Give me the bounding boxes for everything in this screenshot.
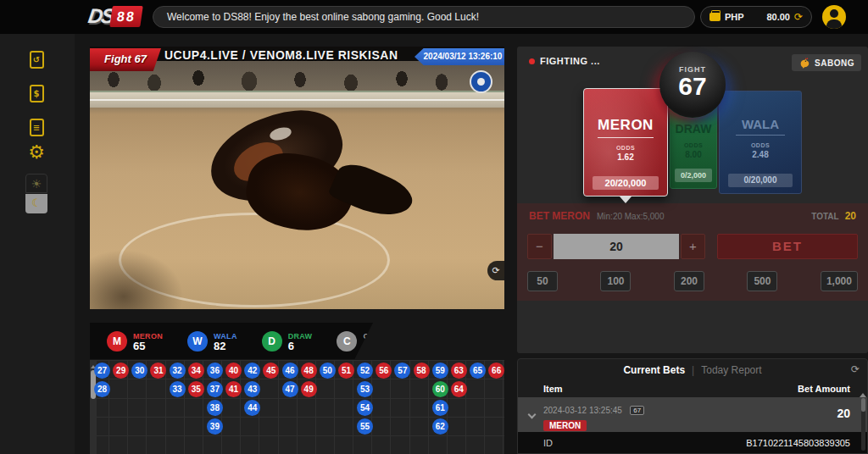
result-dot-52: 52: [357, 363, 373, 379]
result-dot-66: 66: [488, 363, 504, 379]
tab-current-bets[interactable]: Current Bets: [623, 364, 685, 376]
current-bets-panel: Current Bets | Today Report ⟳ Item Bet A…: [517, 358, 868, 454]
balance-value: 80.00: [766, 12, 790, 22]
bet-info-row: BET MERON Min:20 Max:5,000 TOTAL 20: [529, 210, 856, 222]
user-avatar[interactable]: [822, 5, 846, 29]
bets-scrollbar[interactable]: [861, 398, 865, 451]
quick-chip-500[interactable]: 500: [747, 271, 777, 291]
bet-limits: Min:20 Max:5,000: [597, 212, 811, 221]
draw-odds-label: ODDS: [670, 142, 716, 148]
bets-column-headers: Item Bet Amount: [518, 380, 867, 397]
rules-doc-icon: ≡: [30, 119, 44, 136]
quick-chip-100[interactable]: 100: [600, 271, 631, 291]
bet-detail-row: ID B1710221145803839305: [518, 432, 867, 454]
bet-row[interactable]: 2024-03-12 13:25:45 67 MERON 20: [518, 397, 867, 432]
meron-card-title: MERON: [584, 117, 667, 138]
bet-target-label: BET MERON: [529, 210, 590, 222]
sidebar-item-bet-history[interactable]: ↺: [25, 47, 48, 71]
result-dot-55: 55: [357, 418, 373, 435]
wala-pool: 0/20,000: [728, 174, 793, 187]
result-dot-62: 62: [432, 418, 448, 435]
bet-amount-stepper: − 20 + BET: [527, 234, 858, 259]
increase-amount-button[interactable]: +: [681, 234, 705, 259]
fight-status: FIGHTING ...: [529, 56, 600, 66]
transactions-doc-icon: $: [30, 85, 44, 102]
result-dot-54: 54: [357, 400, 373, 416]
result-dot-33: 33: [170, 381, 186, 397]
theme-dark-toggle[interactable]: ☾: [25, 191, 48, 215]
video-timestamp: 2024/03/12 13:26:10: [415, 48, 504, 65]
result-dot-41: 41: [225, 381, 242, 397]
result-dot-47: 47: [282, 381, 298, 397]
result-dot-35: 35: [188, 381, 204, 397]
draw-card-title: DRAW: [670, 122, 716, 136]
result-dot-63: 63: [451, 363, 467, 379]
bets-refresh-icon[interactable]: ⟳: [851, 363, 860, 375]
result-dot-37: 37: [207, 381, 223, 397]
sidebar-item-rules[interactable]: ≡: [25, 115, 48, 139]
result-dot-32: 32: [170, 363, 186, 379]
wala-odds-value: 2.48: [720, 150, 801, 159]
quick-chip-200[interactable]: 200: [674, 271, 704, 291]
legend-item-meron: MMERON65: [107, 331, 163, 352]
bet-card-wala[interactable]: WALA ODDS 2.48 0/20,000: [719, 91, 802, 194]
bet-amount-value: 20: [837, 407, 850, 420]
bets-scrollbar-thumb[interactable]: [861, 398, 865, 412]
result-dot-49: 49: [301, 381, 317, 397]
result-dot-39: 39: [207, 418, 223, 435]
wallet-icon: [709, 13, 721, 21]
legend-circle-cancel: C: [337, 331, 357, 352]
decrease-amount-button[interactable]: −: [527, 234, 552, 259]
result-dot-34: 34: [188, 363, 204, 379]
result-dot-59: 59: [432, 363, 448, 379]
welcome-banner: Welcome to DS88! Enjoy the best online s…: [153, 6, 695, 28]
result-dot-56: 56: [376, 363, 392, 379]
result-dot-30: 30: [131, 363, 147, 379]
bets-scroll-up-arrow[interactable]: [860, 390, 866, 397]
tab-today-report[interactable]: Today Report: [701, 364, 761, 376]
result-dot-28: 28: [94, 381, 110, 397]
result-dot-53: 53: [357, 381, 373, 397]
wala-card-title: WALA: [720, 117, 801, 136]
ds88-logo[interactable]: DS 88: [88, 4, 142, 28]
provider-badge[interactable]: SABONG: [792, 54, 861, 71]
result-dot-38: 38: [207, 400, 223, 416]
sidebar-item-transactions[interactable]: $: [25, 81, 48, 105]
bet-fight-number-badge: 67: [630, 406, 644, 415]
avatar-head-icon: [830, 9, 838, 18]
bet-amount-input[interactable]: 20: [554, 234, 679, 259]
draw-pool: 0/2,000: [675, 169, 712, 182]
result-dot-40: 40: [225, 363, 242, 379]
legend-name: CANCEL: [363, 332, 396, 341]
switch-camera-icon[interactable]: ⟳: [487, 261, 504, 280]
quick-chip-50[interactable]: 50: [527, 271, 558, 291]
balance-refresh-icon[interactable]: ⟳: [794, 11, 803, 23]
legend-circle-meron: M: [107, 331, 127, 352]
selected-card-pointer: [620, 197, 632, 209]
results-grid: 2728293031323334353637383940414243444546…: [90, 360, 504, 454]
chevron-down-icon: [528, 411, 537, 419]
meron-odds-value: 1.62: [584, 152, 667, 162]
sidebar-item-settings[interactable]: ⚙: [25, 141, 48, 164]
moon-icon: ☾: [25, 194, 47, 213]
result-dot-43: 43: [244, 381, 260, 397]
betting-panel: FIGHTING ... SABONG FIGHT 67 MERON ODDS …: [517, 47, 868, 353]
wallet-balance-pill[interactable]: PHP 80.00 ⟳: [700, 6, 812, 28]
video-arena-wall: [90, 91, 504, 108]
bet-card-meron[interactable]: MERON ODDS 1.62 20/20,000: [583, 88, 668, 197]
live-status-dot: [529, 58, 535, 64]
bet-button[interactable]: BET: [717, 234, 858, 259]
total-label: TOTAL: [811, 212, 838, 221]
fight-number: 67: [659, 74, 726, 99]
wala-odds-label: ODDS: [720, 142, 801, 148]
top-bar: DS 88 Welcome to DS88! Enjoy the best on…: [0, 0, 868, 34]
result-dot-44: 44: [244, 400, 260, 416]
bet-row-main: 2024-03-12 13:25:45 67 MERON: [543, 401, 644, 432]
quick-chip-1,000[interactable]: 1,000: [821, 271, 858, 291]
result-dot-64: 64: [451, 381, 467, 397]
fight-number-badge: Fight 67: [90, 48, 161, 71]
total-value: 20: [845, 210, 856, 222]
bets-panel-header: Current Bets | Today Report ⟳: [518, 359, 867, 380]
legend-count: 6: [288, 341, 313, 351]
live-video-player[interactable]: UCUP4.LIVE / VENOM8.LIVE RISKISAN Fight …: [90, 47, 504, 309]
